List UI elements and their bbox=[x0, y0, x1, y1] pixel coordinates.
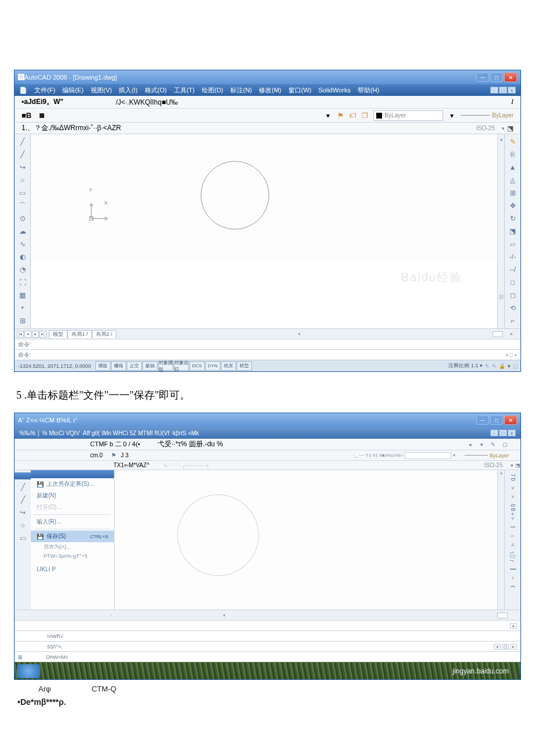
mdi-restore-2[interactable]: □ bbox=[499, 429, 507, 436]
tag-icon[interactable]: 🏷 bbox=[347, 110, 358, 121]
tab-prev-button[interactable]: ◂ bbox=[24, 331, 31, 338]
point-tool-icon[interactable]: • bbox=[17, 303, 28, 313]
grid-toggle[interactable]: 栅格 bbox=[111, 361, 126, 371]
menu-insert[interactable]: 插入(I) bbox=[119, 86, 137, 95]
menu-view[interactable]: 视图(V) bbox=[91, 86, 112, 95]
layer-control-2[interactable]: ·¸¸ ~~ ९३ 41 ¢■s%≤o%> ▾ bbox=[353, 452, 455, 459]
dropdown-icon-2[interactable]: ▾ bbox=[477, 441, 486, 448]
menu-modify[interactable]: 修改(M) bbox=[259, 86, 281, 95]
erase-tool-icon[interactable]: ✎ bbox=[508, 137, 518, 147]
hscroll-thumb[interactable] bbox=[493, 331, 503, 337]
vscrollbar[interactable]: ▴ bbox=[497, 134, 504, 328]
minimize-button[interactable]: ─ bbox=[476, 73, 489, 82]
offset-tool-icon[interactable]: ◬ bbox=[508, 175, 518, 185]
tab-first-button[interactable]: |◂ bbox=[17, 331, 24, 338]
start-button[interactable] bbox=[17, 664, 40, 678]
drawing-canvas-2[interactable] bbox=[115, 470, 497, 610]
move-tool-icon[interactable]: ✥ bbox=[508, 200, 518, 211]
menu-solidworks[interactable]: SolidWorks bbox=[319, 87, 351, 94]
pline-icon-2[interactable]: ↪ bbox=[17, 507, 28, 518]
spline-tool-icon[interactable]: ∿ bbox=[17, 239, 28, 249]
tab-model[interactable]: 模型 bbox=[49, 330, 67, 338]
dropdown-icon[interactable]: ▾ bbox=[447, 110, 457, 121]
fillet-tool-icon[interactable]: ⟲ bbox=[508, 303, 518, 313]
polar-toggle[interactable]: 极轴 bbox=[142, 361, 158, 371]
paint-icon[interactable]: ✎ bbox=[489, 441, 497, 448]
dcs-toggle[interactable]: DCS bbox=[190, 361, 205, 371]
arrow-down-icon[interactable]: ▾ bbox=[323, 110, 333, 121]
mdi-close-button[interactable]: x bbox=[508, 87, 516, 94]
close-button-2[interactable]: ✕ bbox=[504, 415, 517, 425]
anno-scale[interactable]: 注释比例 1:1 ▾ bbox=[448, 362, 483, 370]
stretch-tool-icon[interactable]: ▱ bbox=[508, 239, 518, 249]
anno-scale-icon[interactable]: ⬔ bbox=[507, 124, 513, 132]
break-tool-icon[interactable]: □ bbox=[508, 277, 518, 288]
circle-tool-icon[interactable]: ⊙ bbox=[17, 213, 28, 224]
model-toggle[interactable]: 模型 bbox=[237, 361, 252, 371]
arc-tool-icon[interactable]: ⌒ bbox=[17, 200, 28, 211]
stack-icon[interactable]: ❒ bbox=[359, 110, 370, 121]
ellipse-tool-icon[interactable]: ◐ bbox=[17, 252, 28, 262]
drawing-canvas[interactable]: Y X Baidu经验 bbox=[31, 134, 497, 262]
layer-dropdown[interactable]: ByLayer bbox=[373, 110, 443, 121]
mirror-tool-icon[interactable]: ▲ bbox=[508, 162, 518, 173]
layer-prev-icon[interactable]: ◂ bbox=[466, 441, 474, 448]
flag-icon[interactable]: ⚑ bbox=[335, 110, 345, 121]
otrack-toggle[interactable]: 对象追踪 bbox=[174, 361, 189, 371]
anno-auto-icon[interactable]: ✎ bbox=[492, 363, 497, 369]
command-line-2[interactable]: 命令: ◂ ▢ ▸ bbox=[15, 349, 520, 360]
dim-style-2[interactable]: ISO-25 bbox=[484, 462, 503, 468]
mdi-close-2[interactable]: x bbox=[508, 429, 516, 436]
menu-draw[interactable]: 绘图(D) bbox=[202, 86, 223, 95]
file-import-item[interactable]: 输入(R)… bbox=[31, 516, 114, 528]
close-button[interactable]: ✕ bbox=[504, 73, 517, 82]
menu-dim[interactable]: 标注(N) bbox=[230, 86, 252, 95]
tab-last-button[interactable]: ▸| bbox=[40, 331, 47, 338]
file-open-item[interactable]: 打开(O)… bbox=[31, 501, 114, 513]
linetype-control[interactable]: ByLayer bbox=[461, 112, 513, 119]
polygon-tool-icon[interactable]: ○ bbox=[17, 175, 28, 185]
rect-icon-2[interactable]: ▭ bbox=[17, 533, 28, 543]
box-icon[interactable]: ▢ bbox=[501, 441, 509, 448]
menu-tools[interactable]: 工具(T) bbox=[174, 86, 195, 95]
extend-tool-icon[interactable]: --/ bbox=[508, 264, 518, 275]
scroll-up-icon[interactable]: ▴ bbox=[510, 623, 517, 629]
maximize-button[interactable]: □ bbox=[490, 73, 503, 82]
menu-help[interactable]: 帮助(H) bbox=[358, 86, 379, 95]
chevron-down-icon[interactable]: ▾ bbox=[502, 126, 505, 131]
tab-layout2[interactable]: 布局2 / bbox=[92, 330, 116, 338]
command-input-2[interactable]: ⊞ OhW<M< bbox=[15, 651, 520, 662]
trim-tool-icon[interactable]: -/- bbox=[508, 252, 518, 262]
hatch-tool-icon[interactable]: ▦ bbox=[17, 290, 28, 300]
tab-layout1[interactable]: 布局1 / bbox=[67, 330, 92, 338]
file-saveas-item[interactable]: 另存为(A)… bbox=[31, 542, 114, 552]
menu-edit[interactable]: 编辑(E) bbox=[62, 86, 84, 95]
lock-icon[interactable]: 🔒 bbox=[499, 363, 505, 369]
file-save-item[interactable]: 💾 保存(S) CTRL+S bbox=[31, 531, 114, 542]
line-icon-2[interactable]: ╱ bbox=[17, 482, 28, 492]
vscrollbar-2[interactable]: ▴ bbox=[497, 470, 504, 610]
scale-tool-icon[interactable]: ⬔ bbox=[508, 226, 518, 237]
status-box-icon[interactable]: ▾ bbox=[508, 363, 511, 369]
line-tool-icon[interactable]: ╱ bbox=[17, 137, 28, 147]
menu-format[interactable]: 格式(O) bbox=[145, 86, 167, 95]
xline-icon-2[interactable]: ╱ bbox=[17, 495, 28, 505]
chamfer-tool-icon[interactable]: ◻ bbox=[508, 290, 518, 300]
dim-style[interactable]: ISO-25 bbox=[476, 125, 495, 131]
minimize-button-2[interactable]: ─ bbox=[476, 415, 489, 425]
mdi-min-button[interactable]: - bbox=[490, 87, 498, 94]
dyn-toggle[interactable]: DYN bbox=[205, 361, 220, 371]
explode-tool-icon[interactable]: ⌐ bbox=[508, 316, 518, 326]
file-new-item[interactable]: 新建(N) bbox=[31, 490, 114, 501]
maximize-button-2[interactable]: □ bbox=[490, 415, 503, 425]
copy-tool-icon[interactable]: ⎘ bbox=[508, 149, 518, 160]
lwt-toggle[interactable]: 线宽 bbox=[221, 361, 236, 371]
xline-tool-icon[interactable]: ╱ bbox=[17, 149, 28, 160]
snap-toggle[interactable]: 捕捉 bbox=[95, 361, 110, 371]
anno-vis-icon[interactable]: ✎ bbox=[485, 363, 490, 369]
circle-icon-2[interactable]: ○ bbox=[17, 520, 28, 531]
flag-icon-2[interactable]: ⚑ bbox=[111, 452, 116, 458]
tab-next-button[interactable]: ▸ bbox=[32, 331, 39, 338]
linetype-control-2[interactable]: ByLayer bbox=[465, 453, 509, 458]
hscroll-2[interactable] bbox=[497, 612, 508, 618]
